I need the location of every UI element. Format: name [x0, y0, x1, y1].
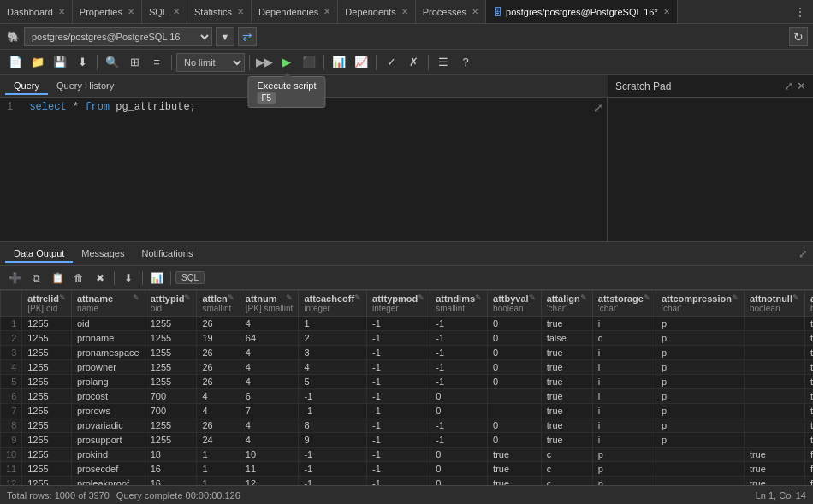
- switch-db-btn[interactable]: ⇄: [238, 27, 257, 46]
- col-atthasdef[interactable]: atthasdef✎boolean: [805, 291, 814, 317]
- col-atttypmod[interactable]: atttypmod✎integer: [367, 291, 430, 317]
- editor-expand-btn[interactable]: ⤢: [593, 101, 603, 115]
- query-tabs: Query Query History: [0, 75, 608, 98]
- tab-sql[interactable]: SQL ✕: [142, 0, 187, 23]
- help-btn[interactable]: ?: [455, 52, 476, 73]
- editor-area[interactable]: 1 select * from pg_attribute; ⤢: [0, 98, 608, 241]
- col-attnotnull[interactable]: attnotnull✎boolean: [744, 291, 804, 317]
- new-file-btn[interactable]: 📄: [5, 52, 26, 73]
- editor-panel: Query Query History 1 select * from pg_a…: [0, 75, 608, 241]
- clear-btn[interactable]: ✖: [91, 269, 110, 288]
- tab-data-output[interactable]: Data Output: [5, 246, 73, 263]
- col-atttypid[interactable]: atttypid✎oid: [145, 291, 197, 317]
- chart-btn[interactable]: 📊: [147, 269, 166, 288]
- table-row[interactable]: 111255prosecdef16111-1-10truecptruefalse…: [1, 462, 814, 477]
- close-properties-icon[interactable]: ✕: [128, 7, 134, 16]
- col-attbyval[interactable]: attbyval✎boolean: [488, 291, 542, 317]
- execute-btn[interactable]: ▶: [276, 52, 297, 73]
- commit-btn[interactable]: ✓: [381, 52, 401, 73]
- paste-btn[interactable]: 📋: [48, 269, 67, 288]
- col-attalign[interactable]: attalign✎'char': [541, 291, 592, 317]
- tab-statistics[interactable]: Statistics ✕: [187, 0, 252, 23]
- table-row[interactable]: 101255prokind18110-1-10truecptruefalsefa…: [1, 448, 814, 462]
- output-section: Data Output Messages Notifications ⤢ ➕ ⧉…: [0, 242, 813, 485]
- download-btn[interactable]: ⬇: [119, 269, 138, 288]
- open-file-btn[interactable]: 📁: [27, 52, 48, 73]
- table-row[interactable]: 21255proname125519642-1-10falsecptruefal…: [1, 331, 814, 346]
- tab-properties[interactable]: Properties ✕: [73, 0, 142, 23]
- col-attcacheoff[interactable]: attcacheoff✎integer: [299, 291, 367, 317]
- delete-row-btn[interactable]: 🗑: [69, 269, 88, 288]
- tab-dependents[interactable]: Dependents ✕: [338, 0, 415, 23]
- close-dependencies-icon[interactable]: ✕: [323, 7, 330, 16]
- close-dashboard-icon[interactable]: ✕: [58, 7, 65, 16]
- add-row-btn[interactable]: ➕: [5, 269, 24, 288]
- tab-messages[interactable]: Messages: [73, 246, 133, 263]
- tab-dashboard[interactable]: Dashboard ✕: [0, 0, 73, 23]
- explain-btn[interactable]: 📊: [329, 52, 349, 73]
- close-statistics-icon[interactable]: ✕: [237, 7, 244, 16]
- output-expand-btn[interactable]: ⤢: [798, 247, 808, 260]
- save-file-btn[interactable]: 💾: [50, 52, 70, 73]
- execute-btn-container: ▶ Execute script F5: [276, 52, 297, 73]
- col-attlen[interactable]: attlen✎smallint: [197, 291, 240, 317]
- limit-select[interactable]: No limit 10 100 1000: [176, 53, 245, 72]
- top-section: Query Query History 1 select * from pg_a…: [0, 75, 813, 242]
- col-attndims[interactable]: attndims✎smallint: [430, 291, 488, 317]
- scratch-actions: ⤢ ✕: [784, 80, 806, 92]
- tab-query-history[interactable]: Query History: [48, 78, 122, 95]
- copy-btn[interactable]: ⧉: [27, 269, 45, 288]
- col-attstorage[interactable]: attstorage✎'char': [592, 291, 656, 317]
- sql-badge[interactable]: SQL: [175, 271, 205, 284]
- rollback-btn[interactable]: ✗: [403, 52, 424, 73]
- stop-btn[interactable]: ⬛: [299, 52, 319, 73]
- ot-sep1: [114, 271, 115, 285]
- explain-analyze-btn[interactable]: 📈: [351, 52, 371, 73]
- table-row[interactable]: 71255prorows70047-1-10trueiptruefalsefal…: [1, 404, 814, 418]
- close-processes-icon[interactable]: ✕: [472, 7, 478, 16]
- table-row[interactable]: 11255oid12552641-1-10trueiptruefalsefals…: [1, 317, 814, 331]
- tab-dependencies[interactable]: Dependencies ✕: [252, 0, 338, 23]
- run-query-btn[interactable]: ▶▶: [254, 52, 275, 73]
- table-row[interactable]: 61255procost70046-1-10trueiptruefalsefal…: [1, 389, 814, 404]
- scratch-close-btn[interactable]: ✕: [797, 80, 806, 92]
- col-attname[interactable]: attname✎name: [71, 291, 145, 317]
- main-tab-bar: Dashboard ✕ Properties ✕ SQL ✕ Statistic…: [0, 0, 813, 24]
- close-query-icon[interactable]: ✕: [663, 7, 670, 16]
- close-sql-icon[interactable]: ✕: [173, 7, 180, 16]
- col-attcompression[interactable]: attcompression✎'char': [656, 291, 744, 317]
- tab-more-button[interactable]: ⋮: [787, 5, 813, 19]
- connection-select[interactable]: postgres/postgres@PostgreSQL 16: [24, 27, 212, 46]
- scratch-expand-btn[interactable]: ⤢: [784, 80, 793, 92]
- scratch-pad-content[interactable]: [608, 98, 813, 111]
- col-attrelid[interactable]: attrelid✎[PK] oid: [22, 291, 72, 317]
- query-toolbar: 📄 📁 💾 ⬇ 🔍 ⊞ ≡ No limit 10 100 1000 ▶▶ ▶ …: [0, 50, 813, 75]
- find-btn[interactable]: 🔍: [102, 52, 122, 73]
- tab-processes[interactable]: Processes ✕: [416, 0, 486, 23]
- table-row[interactable]: 51255prolang12552645-1-10trueiptruefalse…: [1, 375, 814, 389]
- table-row[interactable]: 81255provariadic12552648-1-10trueiptruef…: [1, 418, 814, 433]
- scratch-pad-title: Scratch Pad: [615, 80, 671, 92]
- dropdown-btn[interactable]: ▼: [216, 27, 234, 46]
- col-rownum: [1, 291, 22, 317]
- status-cursor: Ln 1, Col 14: [756, 490, 806, 501]
- col-attnum[interactable]: attnum✎[PK] smallint: [240, 291, 299, 317]
- save-as-btn[interactable]: ⬇: [72, 52, 92, 73]
- refresh-btn[interactable]: ↻: [789, 27, 808, 46]
- table-row[interactable]: 121255proleakproof16112-1-10truecptruefa…: [1, 477, 814, 486]
- macros-btn[interactable]: ☰: [433, 52, 454, 73]
- data-table-container[interactable]: attrelid✎[PK] oid attname✎name atttypid✎…: [0, 290, 813, 485]
- sep3: [249, 55, 250, 70]
- tab-query-editor[interactable]: Query: [5, 78, 48, 95]
- table-row[interactable]: 91255prosupport12552449-1-10trueiptruefa…: [1, 433, 814, 448]
- close-dependents-icon[interactable]: ✕: [401, 7, 408, 16]
- ot-sep3: [170, 271, 171, 285]
- filter-btn[interactable]: ⊞: [124, 52, 145, 73]
- table-row[interactable]: 31255pronamespace12552643-1-10trueiptrue…: [1, 346, 814, 360]
- status-rows: Total rows: 1000 of 3970: [7, 490, 110, 501]
- format-btn[interactable]: ≡: [146, 52, 167, 73]
- table-row[interactable]: 41255proowner12552644-1-10trueiptruefals…: [1, 360, 814, 375]
- tab-notifications[interactable]: Notifications: [133, 246, 201, 263]
- output-tabs: Data Output Messages Notifications ⤢: [0, 242, 813, 266]
- tab-query[interactable]: 🗄 postgres/postgres@PostgreSQL 16* ✕: [486, 0, 678, 23]
